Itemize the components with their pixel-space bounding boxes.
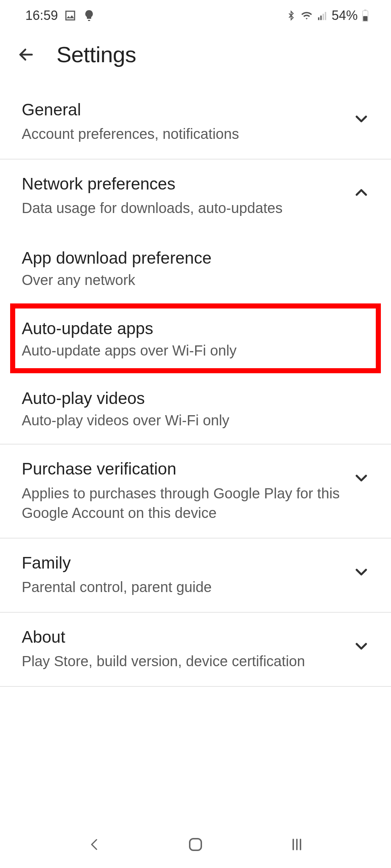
svg-rect-2 bbox=[323, 14, 324, 20]
svg-rect-6 bbox=[363, 16, 367, 21]
item-auto-update-apps[interactable]: Auto-update apps Auto-update apps over W… bbox=[10, 303, 381, 373]
bluetooth-icon bbox=[286, 10, 296, 21]
item-download-preference[interactable]: App download preference Over any network bbox=[0, 233, 391, 303]
chevron-down-icon bbox=[353, 564, 369, 580]
section-general-title: General bbox=[22, 100, 342, 120]
section-family-subtitle: Parental control, parent guide bbox=[22, 577, 342, 597]
section-network-subtitle: Data usage for downloads, auto-updates bbox=[22, 198, 342, 218]
item-auto-play-title: Auto-play videos bbox=[22, 388, 369, 408]
chevron-down-icon bbox=[353, 638, 369, 654]
chevron-up-icon bbox=[353, 185, 369, 201]
item-download-preference-subtitle: Over any network bbox=[22, 272, 369, 288]
svg-rect-8 bbox=[190, 839, 201, 850]
page-title: Settings bbox=[56, 42, 136, 67]
item-download-preference-title: App download preference bbox=[22, 248, 369, 268]
item-auto-update-subtitle: Auto-update apps over Wi-Fi only bbox=[22, 342, 364, 359]
battery-percent: 54% bbox=[332, 8, 358, 23]
battery-icon bbox=[361, 9, 369, 22]
app-header: Settings bbox=[0, 31, 391, 85]
item-auto-update-title: Auto-update apps bbox=[22, 319, 364, 338]
status-bar: 16:59 54% bbox=[0, 0, 391, 31]
item-auto-play-videos[interactable]: Auto-play videos Auto-play videos over W… bbox=[0, 373, 391, 444]
section-general-subtitle: Account preferences, notifications bbox=[22, 124, 342, 144]
section-purchase-verification[interactable]: Purchase verification Applies to purchas… bbox=[0, 444, 391, 538]
image-icon bbox=[64, 9, 77, 22]
svg-rect-5 bbox=[364, 9, 366, 10]
nav-recents-button[interactable] bbox=[286, 834, 308, 855]
signal-icon bbox=[317, 10, 328, 21]
section-about-title: About bbox=[22, 627, 342, 647]
settings-content: General Account preferences, notificatio… bbox=[0, 85, 391, 687]
section-family[interactable]: Family Parental control, parent guide bbox=[0, 539, 391, 613]
status-right: 54% bbox=[286, 8, 369, 23]
chevron-down-icon bbox=[353, 470, 369, 486]
lightbulb-icon bbox=[83, 9, 96, 22]
status-time: 16:59 bbox=[25, 8, 58, 23]
section-purchase-subtitle: Applies to purchases through Google Play… bbox=[22, 484, 342, 523]
nav-home-button[interactable] bbox=[185, 834, 206, 855]
chevron-down-icon bbox=[353, 111, 369, 127]
svg-rect-1 bbox=[320, 16, 322, 20]
section-general[interactable]: General Account preferences, notificatio… bbox=[0, 85, 391, 159]
back-button[interactable] bbox=[17, 46, 35, 63]
section-about[interactable]: About Play Store, build version, device … bbox=[0, 613, 391, 687]
svg-rect-3 bbox=[325, 12, 326, 20]
section-network-title: Network preferences bbox=[22, 174, 342, 194]
wifi-icon bbox=[300, 10, 314, 21]
nav-back-button[interactable] bbox=[83, 834, 105, 855]
item-auto-play-subtitle: Auto-play videos over Wi-Fi only bbox=[22, 412, 369, 429]
section-about-subtitle: Play Store, build version, device certif… bbox=[22, 651, 342, 671]
navigation-bar bbox=[0, 821, 391, 868]
section-purchase-title: Purchase verification bbox=[22, 459, 342, 479]
section-network[interactable]: Network preferences Data usage for downl… bbox=[0, 159, 391, 233]
status-left: 16:59 bbox=[25, 8, 96, 23]
svg-rect-0 bbox=[318, 17, 319, 20]
section-family-title: Family bbox=[22, 553, 342, 573]
